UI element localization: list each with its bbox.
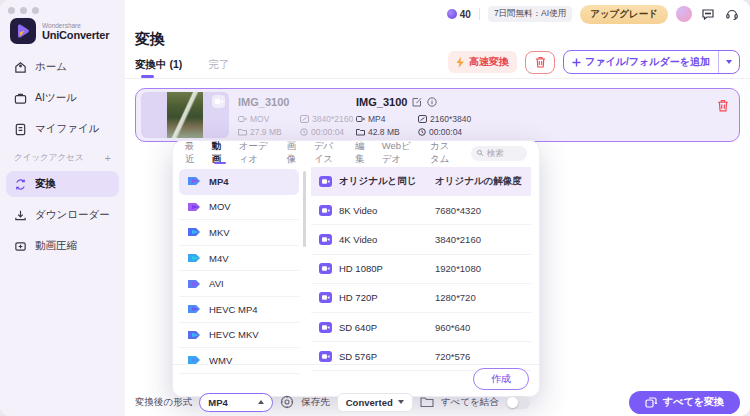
mkv-format-icon [187, 226, 202, 238]
m4v-format-icon [187, 252, 202, 264]
folder-icon [356, 128, 365, 136]
format-settings-icon[interactable] [280, 395, 294, 409]
resolution-icon [418, 115, 427, 123]
sidebar-item-ai-tools[interactable]: AIツール [6, 85, 119, 111]
format-option-hevc-mkv[interactable]: HEVC MKV [179, 323, 299, 349]
resolution-option-720p[interactable]: HD 720P 1280*720 [311, 284, 531, 313]
trash-icon [717, 99, 729, 112]
sidebar-item-downloader[interactable]: ダウンローダー [6, 202, 119, 228]
convert-all-button[interactable]: すべてを変換 [629, 391, 740, 414]
delete-all-button[interactable] [525, 51, 555, 74]
compress-icon [14, 240, 27, 253]
chat-icon [701, 7, 715, 21]
plus-icon [572, 58, 581, 67]
format-search-box[interactable] [471, 146, 527, 161]
file-card: IMG_3100 MOV 3840*2160 27.9 MB 00:00:04 … [135, 88, 740, 142]
source-size: 27.9 MB [250, 127, 282, 137]
format-option-label: M4V [209, 253, 229, 264]
target-format: MP4 [368, 114, 385, 124]
fast-convert-label: 高速変換 [469, 55, 509, 69]
app-logo: Wondershare UniConverter [10, 18, 109, 44]
fast-convert-toggle[interactable]: 高速変換 [448, 51, 517, 73]
format-option-label: AVI [209, 278, 224, 289]
folder-icon [238, 128, 247, 136]
resolution-option-640p[interactable]: SD 640P 960*640 [311, 313, 531, 342]
feedback-button[interactable] [700, 6, 716, 22]
tab-image[interactable]: 画像 [287, 141, 301, 165]
maximize-window-button[interactable] [32, 7, 39, 14]
format-option-mp4[interactable]: MP4 [179, 169, 299, 195]
quick-access-add-button[interactable]: + [105, 152, 111, 164]
tab-converting[interactable]: 変換中 (1) [135, 58, 182, 78]
format-list-scrollbar[interactable] [303, 171, 306, 247]
headset-icon [725, 7, 739, 21]
resolution-option-1080p[interactable]: HD 1080P 1920*1080 [311, 255, 531, 284]
add-files-dropdown[interactable] [719, 60, 739, 64]
bottom-bar: 変換後の形式 MP4 保存先 Converted すべてを結合 すべてを変換 [135, 390, 740, 414]
format-option-hevc-mp4[interactable]: HEVC MP4 [179, 297, 299, 323]
upgrade-button[interactable]: アップグレード [580, 5, 668, 24]
format-option-label: MOV [209, 201, 231, 212]
resolution-value: 1280*720 [435, 292, 476, 303]
topbar-divider [479, 8, 480, 20]
credits-counter[interactable]: 40 [447, 9, 471, 20]
video-preset-icon [319, 292, 332, 303]
target-file-info: IMG_3100 MP4 2160*3840 42.8 MB 00:00:04 [356, 96, 471, 137]
convert-tabs: 変換中 (1) 完了 [135, 58, 229, 78]
tab-editing[interactable]: 編集 [355, 141, 369, 165]
tab-web-video[interactable]: Webビデオ [382, 141, 417, 165]
user-avatar[interactable] [676, 6, 692, 22]
rename-icon[interactable] [412, 97, 422, 107]
support-button[interactable] [724, 6, 740, 22]
sidebar-item-label: ホーム [35, 60, 67, 74]
minimize-window-button[interactable] [20, 7, 27, 14]
hevc-mp4-format-icon [187, 303, 202, 315]
target-file-name: IMG_3100 [356, 96, 407, 108]
brand-text: Wondershare UniConverter [42, 22, 109, 41]
format-option-mkv[interactable]: MKV [179, 220, 299, 246]
format-option-avi[interactable]: AVI [179, 271, 299, 297]
info-icon[interactable] [427, 97, 437, 107]
sidebar-item-home[interactable]: ホーム [6, 54, 119, 80]
close-window-button[interactable] [8, 7, 15, 14]
video-thumbnail [141, 92, 229, 138]
format-icon [238, 115, 247, 123]
add-files-button[interactable]: ファイル/フォルダーを追加 [563, 50, 740, 74]
home-icon [14, 61, 27, 74]
tab-custom[interactable]: カスタム [430, 141, 458, 165]
resolution-value: 3840*2160 [435, 234, 481, 245]
caret-down-icon [398, 400, 404, 404]
main-area: 40 7日間無料：AI使用 アップグレード 変換 変換中 (1) 完了 高速変換 [125, 0, 750, 416]
uniconverter-logo-icon [10, 18, 36, 44]
format-option-m4v[interactable]: M4V [179, 246, 299, 272]
save-destination-select[interactable]: Converted [337, 393, 413, 412]
sidebar-item-video-compress[interactable]: 動画圧縮 [6, 233, 119, 259]
credits-value: 40 [460, 9, 471, 20]
tab-finished[interactable]: 完了 [208, 58, 229, 78]
format-option-mov[interactable]: MOV [179, 195, 299, 221]
target-size: 42.8 MB [368, 127, 400, 137]
output-format-select[interactable]: MP4 [199, 393, 273, 412]
tab-audio[interactable]: オーディオ [239, 141, 274, 165]
tab-video[interactable]: 動画 [212, 141, 226, 165]
sidebar-item-label: AIツール [35, 91, 77, 105]
resolution-value: 720*576 [435, 351, 470, 362]
convert-all-icon [645, 396, 657, 408]
hevc-mkv-format-icon [187, 329, 202, 341]
save-destination-value: Converted [346, 397, 393, 408]
resolution-option-4k[interactable]: 4K Video 3840*2160 [311, 225, 531, 254]
resolution-option-original[interactable]: オリジナルと同じ オリジナルの解像度 [311, 167, 531, 196]
open-folder-icon[interactable] [420, 396, 434, 408]
tab-recent[interactable]: 最近 [185, 141, 199, 165]
search-input[interactable] [487, 148, 521, 158]
resolution-option-8k[interactable]: 8K Video 7680*4320 [311, 196, 531, 225]
sidebar-item-convert[interactable]: 変換 [6, 171, 119, 197]
resolution-name: SD 576P [339, 351, 435, 362]
merge-all-toggle[interactable] [506, 396, 530, 409]
remove-file-button[interactable] [717, 98, 729, 116]
sidebar-item-my-files[interactable]: マイファイル [6, 116, 119, 142]
tab-device[interactable]: デバイス [314, 141, 342, 165]
create-button[interactable]: 作成 [473, 368, 529, 390]
video-camera-icon [215, 98, 223, 105]
video-preset-icon [319, 322, 332, 333]
